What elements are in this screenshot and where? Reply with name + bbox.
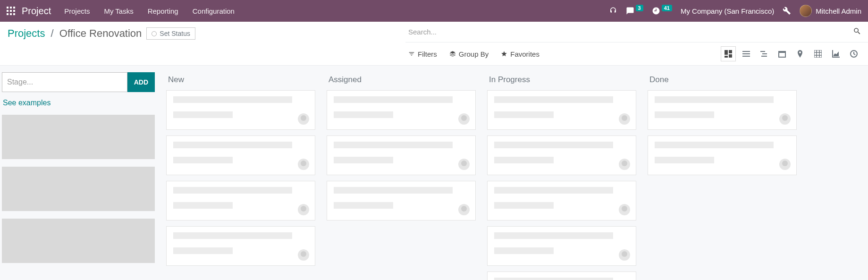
assignee-avatar xyxy=(298,159,309,170)
kanban-card[interactable] xyxy=(166,226,315,266)
svg-rect-8 xyxy=(13,13,15,15)
assignee-avatar xyxy=(458,113,470,125)
card-line xyxy=(494,142,613,148)
kanban-card[interactable] xyxy=(487,272,636,280)
assignee-avatar xyxy=(458,159,470,170)
card-line xyxy=(334,142,453,148)
card-line xyxy=(334,96,453,103)
card-line xyxy=(173,157,233,163)
kanban-card[interactable] xyxy=(327,90,476,130)
kanban-card[interactable] xyxy=(166,181,315,221)
kanban-card[interactable] xyxy=(487,181,636,221)
nav-item-reporting[interactable]: Reporting xyxy=(148,7,178,15)
assignee-avatar xyxy=(779,113,791,125)
activities-icon[interactable]: 41 xyxy=(652,7,672,15)
kanban-card[interactable] xyxy=(327,136,476,175)
list-view-icon[interactable] xyxy=(739,46,754,61)
card-line xyxy=(173,232,292,239)
group-by-label: Group By xyxy=(459,50,489,58)
nav-item-projects[interactable]: Projects xyxy=(64,7,90,15)
svg-rect-16 xyxy=(760,51,765,52)
assignee-avatar xyxy=(298,113,309,125)
control-panel-right: Filters Group By Favorites xyxy=(405,22,868,65)
gantt-view-icon[interactable] xyxy=(757,46,772,61)
support-icon[interactable] xyxy=(609,7,617,15)
kanban-column: New xyxy=(160,71,321,280)
group-by-button[interactable]: Group By xyxy=(449,50,489,58)
card-line xyxy=(173,142,292,148)
kanban-column: Done xyxy=(642,71,802,280)
breadcrumb: Projects / Office Renovation xyxy=(8,27,142,40)
assignee-avatar xyxy=(458,204,470,215)
search-icon[interactable] xyxy=(853,27,861,37)
card-line xyxy=(494,232,613,239)
search-input[interactable] xyxy=(408,28,853,36)
breadcrumb-area: Projects / Office Renovation Set Status xyxy=(0,22,203,41)
control-panel: Projects / Office Renovation Set Status … xyxy=(0,22,868,66)
card-line xyxy=(334,111,393,118)
filters-button[interactable]: Filters xyxy=(408,50,437,58)
see-examples-link[interactable]: See examples xyxy=(2,96,155,115)
status-dot-icon xyxy=(152,31,157,36)
card-line xyxy=(494,247,554,254)
card-line xyxy=(173,202,233,209)
nav-item-configuration[interactable]: Configuration xyxy=(193,7,235,15)
svg-rect-2 xyxy=(13,7,15,8)
stage-empty-block xyxy=(2,115,155,159)
favorites-label: Favorites xyxy=(510,50,539,58)
stage-empty-block xyxy=(2,219,155,263)
card-line xyxy=(494,96,613,103)
toolbar-left: Filters Group By Favorites xyxy=(408,50,539,58)
graph-view-icon[interactable] xyxy=(828,46,843,61)
card-line xyxy=(655,111,714,118)
svg-rect-21 xyxy=(814,50,822,58)
kanban-card[interactable] xyxy=(487,90,636,130)
svg-rect-14 xyxy=(742,53,750,54)
map-view-icon[interactable] xyxy=(792,46,808,61)
svg-rect-4 xyxy=(10,10,12,12)
debug-icon[interactable] xyxy=(783,7,791,15)
kanban-card[interactable] xyxy=(166,136,315,175)
card-line xyxy=(655,142,774,148)
kanban-view-icon[interactable] xyxy=(721,46,736,61)
set-status-label: Set Status xyxy=(160,30,190,37)
card-line xyxy=(173,187,292,194)
kanban-card[interactable] xyxy=(327,181,476,221)
breadcrumb-root[interactable]: Projects xyxy=(8,27,45,39)
user-menu[interactable]: Mitchell Admin xyxy=(800,5,861,17)
apps-icon[interactable] xyxy=(7,7,15,15)
assignee-avatar xyxy=(779,159,791,170)
card-line xyxy=(494,111,554,118)
nav-right: 3 41 My Company (San Francisco) Mitchell… xyxy=(609,5,861,17)
kanban-column-title[interactable]: New xyxy=(166,71,315,90)
stage-empty-block xyxy=(2,167,155,211)
card-line xyxy=(173,247,233,254)
add-stage-button[interactable]: ADD xyxy=(127,72,155,92)
calendar-view-icon[interactable] xyxy=(775,46,790,61)
set-status-button[interactable]: Set Status xyxy=(146,27,195,40)
company-selector[interactable]: My Company (San Francisco) xyxy=(681,7,774,15)
favorites-button[interactable]: Favorites xyxy=(501,50,539,58)
svg-rect-20 xyxy=(779,51,785,53)
stage-input[interactable] xyxy=(2,72,127,92)
assignee-avatar xyxy=(298,249,309,261)
card-line xyxy=(494,157,554,163)
kanban-card[interactable] xyxy=(166,90,315,130)
kanban-column-title[interactable]: Done xyxy=(648,71,797,90)
app-brand[interactable]: Project xyxy=(22,6,51,17)
nav-item-my-tasks[interactable]: My Tasks xyxy=(104,7,133,15)
kanban-card[interactable] xyxy=(648,136,797,175)
kanban-board: ADD See examples NewAssignedIn ProgressD… xyxy=(0,66,868,280)
toolbar-row: Filters Group By Favorites xyxy=(405,42,868,65)
kanban-column-title[interactable]: Assigned xyxy=(327,71,476,90)
kanban-card[interactable] xyxy=(487,226,636,266)
pivot-view-icon[interactable] xyxy=(810,46,826,61)
messages-icon[interactable]: 3 xyxy=(626,7,643,15)
activity-view-icon[interactable] xyxy=(846,46,861,61)
kanban-card[interactable] xyxy=(648,90,797,130)
kanban-card[interactable] xyxy=(487,136,636,175)
kanban-column-title[interactable]: In Progress xyxy=(487,71,636,90)
svg-rect-18 xyxy=(761,56,767,57)
svg-rect-15 xyxy=(742,56,750,57)
svg-rect-10 xyxy=(729,50,732,53)
